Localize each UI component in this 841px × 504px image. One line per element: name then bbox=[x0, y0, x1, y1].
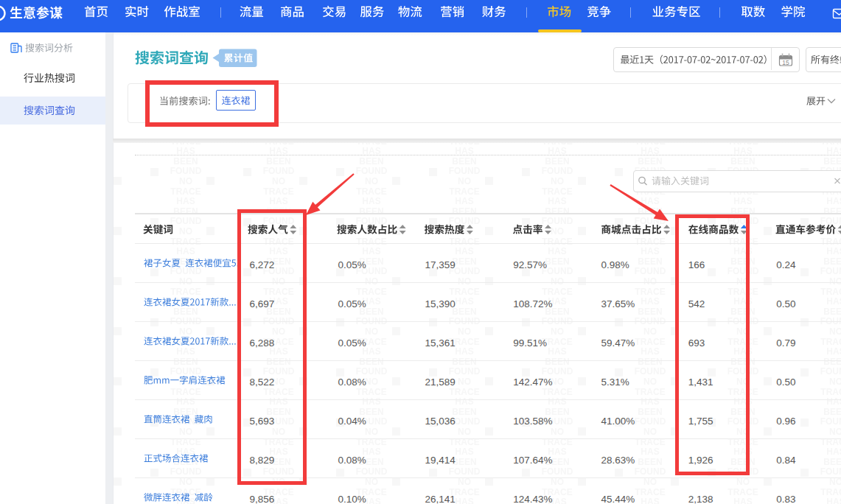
svg-text:15: 15 bbox=[782, 59, 789, 66]
